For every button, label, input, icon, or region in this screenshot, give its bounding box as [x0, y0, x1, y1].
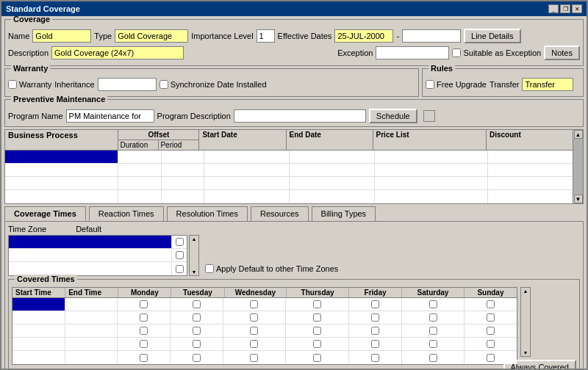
table-cell-2-2[interactable] [162, 177, 204, 189]
table-cell-1-5[interactable] [375, 164, 488, 176]
sat-check-2[interactable] [429, 327, 437, 335]
tz-scroll-down[interactable]: ▼ [191, 269, 198, 275]
table-cell-1-6[interactable] [488, 164, 573, 176]
table-cell-2-6[interactable] [488, 177, 573, 189]
scroll-up-btn[interactable]: ▲ [574, 130, 583, 139]
transfer-input[interactable] [522, 78, 573, 91]
mon-check-2[interactable] [140, 327, 148, 335]
mon-check-1[interactable] [140, 313, 148, 322]
wed-check-2[interactable] [250, 327, 258, 335]
apply-default-checkbox[interactable] [205, 264, 214, 273]
covered-cell-2-1[interactable] [65, 324, 118, 337]
sat-check-4[interactable] [429, 354, 437, 362]
wed-check-3[interactable] [250, 340, 258, 348]
covered-scrollbar[interactable]: ▲ ▼ [520, 287, 531, 357]
name-input[interactable] [32, 29, 91, 43]
covered-cell-1-0[interactable] [12, 311, 65, 324]
tab-billing-types[interactable]: Billing Types [312, 206, 376, 221]
inheritance-input[interactable] [98, 78, 157, 91]
sun-check-2[interactable] [487, 327, 495, 335]
tab-resources[interactable]: Resources [251, 206, 309, 221]
tz-name-2[interactable] [9, 262, 172, 275]
importance-input[interactable] [257, 29, 275, 43]
program-desc-input[interactable] [234, 109, 366, 123]
table-cell-0-5[interactable] [375, 150, 488, 163]
sun-check-1[interactable] [487, 313, 495, 322]
tue-check-3[interactable] [193, 340, 201, 348]
table-cell-0-3[interactable] [204, 150, 290, 163]
table-cell-0-0[interactable] [5, 150, 118, 163]
notes-button[interactable]: Notes [544, 46, 580, 60]
tue-check-2[interactable] [193, 327, 201, 335]
covered-cell-1-1[interactable] [65, 311, 118, 324]
tz-name-0[interactable] [9, 236, 172, 248]
fri-check-0[interactable] [371, 300, 379, 308]
table-cell-1-3[interactable] [204, 164, 290, 176]
table-cell-2-3[interactable] [204, 177, 290, 189]
close-button[interactable]: ✕ [572, 4, 582, 13]
sun-check-3[interactable] [487, 340, 495, 348]
covered-scroll-down[interactable]: ▼ [523, 349, 529, 356]
description-input[interactable] [51, 46, 184, 59]
covered-cell-4-1[interactable] [65, 351, 118, 364]
fri-check-4[interactable] [371, 354, 379, 362]
tue-check-4[interactable] [193, 354, 201, 362]
minimize-button[interactable]: _ [548, 4, 559, 13]
tab-coverage-times[interactable]: Coverage Times [4, 206, 86, 221]
line-details-button[interactable]: Line Details [464, 29, 520, 43]
effective-from-input[interactable] [334, 29, 393, 43]
sun-check-4[interactable] [487, 354, 495, 362]
table-cell-2-0[interactable] [5, 177, 118, 189]
table-cell-3-3[interactable] [204, 190, 290, 203]
table-cell-3-5[interactable] [375, 190, 488, 203]
sat-check-1[interactable] [429, 313, 437, 322]
table-cell-3-4[interactable] [290, 190, 375, 203]
table-cell-1-2[interactable] [162, 164, 204, 176]
mon-check-4[interactable] [140, 354, 148, 362]
thu-check-2[interactable] [313, 327, 321, 335]
table-cell-0-1[interactable] [118, 150, 161, 163]
table-cell-1-1[interactable] [118, 164, 161, 176]
table-cell-3-1[interactable] [118, 190, 161, 203]
sync-checkbox[interactable] [159, 80, 168, 89]
table-cell-0-4[interactable] [290, 150, 375, 163]
covered-cell-0-0[interactable] [12, 298, 65, 311]
tz-default-check-0[interactable] [176, 238, 184, 246]
thu-check-3[interactable] [313, 340, 321, 348]
table-cell-2-5[interactable] [375, 177, 488, 189]
fri-check-2[interactable] [371, 327, 379, 335]
table-cell-3-6[interactable] [488, 190, 573, 203]
table-cell-3-2[interactable] [162, 190, 204, 203]
mon-check-3[interactable] [140, 340, 148, 348]
exception-input[interactable] [376, 46, 449, 59]
covered-cell-3-0[interactable] [12, 338, 65, 350]
table-cell-3-0[interactable] [5, 190, 118, 203]
table-scrollbar[interactable]: ▲ ▼ [573, 130, 583, 203]
tab-reaction-times[interactable]: Reaction Times [89, 206, 164, 221]
fri-check-1[interactable] [371, 313, 379, 322]
tab-resolution-times[interactable]: Resolution Times [167, 206, 248, 221]
scroll-down-btn[interactable]: ▼ [574, 195, 583, 203]
warranty-checkbox[interactable] [8, 80, 17, 89]
wed-check-0[interactable] [250, 300, 258, 308]
tue-check-0[interactable] [193, 300, 201, 308]
wed-check-4[interactable] [250, 354, 258, 362]
tue-check-1[interactable] [193, 313, 201, 322]
table-cell-0-6[interactable] [488, 150, 573, 163]
fri-check-3[interactable] [371, 340, 379, 348]
thu-check-1[interactable] [313, 313, 321, 322]
tz-name-1[interactable] [9, 249, 172, 261]
thu-check-4[interactable] [313, 354, 321, 362]
thu-check-0[interactable] [313, 300, 321, 308]
covered-scroll-up[interactable]: ▲ [523, 288, 529, 294]
covered-cell-0-1[interactable] [65, 298, 118, 311]
suitable-checkbox[interactable] [452, 48, 461, 57]
table-cell-2-1[interactable] [118, 177, 161, 189]
tz-default-check-2[interactable] [176, 265, 184, 273]
sat-check-3[interactable] [429, 340, 437, 348]
table-cell-1-0[interactable] [5, 164, 118, 176]
table-cell-0-2[interactable] [162, 150, 204, 163]
mon-check-0[interactable] [140, 300, 148, 308]
program-name-input[interactable] [66, 109, 154, 123]
table-cell-2-4[interactable] [290, 177, 375, 189]
